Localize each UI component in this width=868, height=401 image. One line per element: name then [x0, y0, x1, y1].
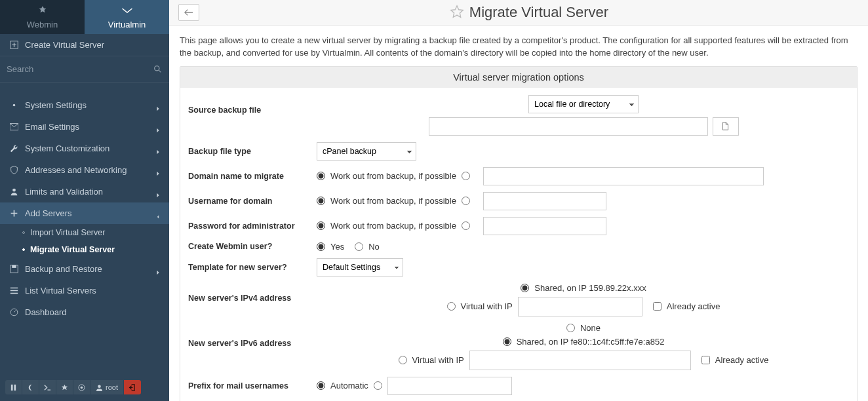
sidebar-item-backup[interactable]: Backup and Restore	[0, 258, 169, 280]
svg-point-1	[154, 66, 159, 71]
list-icon	[9, 286, 18, 295]
intro-text: This page allows you to create a new vir…	[169, 26, 868, 66]
gauge-icon	[9, 308, 18, 316]
ipv6-active-checkbox[interactable]	[701, 356, 710, 364]
user-workout-radio[interactable]	[317, 197, 325, 205]
sub-import[interactable]: Import Virtual Server	[0, 224, 169, 241]
sidebar: Webmin Virtualmin Create Virtual Server …	[0, 0, 169, 401]
ipv6-input[interactable]	[469, 351, 691, 370]
sidebar-item-list[interactable]: List Virtual Servers	[0, 280, 169, 301]
webmin-no-radio[interactable]	[355, 242, 363, 251]
star-icon[interactable]	[450, 5, 464, 21]
svg-point-10	[81, 386, 83, 389]
domain-input[interactable]	[483, 167, 764, 185]
panel-title: Virtual server migration options	[180, 67, 857, 88]
caret-down-icon	[156, 212, 160, 216]
caret-icon	[156, 168, 160, 172]
sub-migrate[interactable]: Migrate Virtual Server	[0, 241, 169, 258]
chevron-down-icon	[121, 5, 133, 18]
ipv4-virtual-radio[interactable]	[447, 302, 456, 311]
pass-custom-radio[interactable]	[462, 221, 470, 230]
source-label: Source backup file	[187, 95, 317, 115]
sidebar-item-limits[interactable]: Limits and Validation	[0, 181, 169, 202]
terminal-button[interactable]	[39, 380, 56, 394]
domain-workout-radio[interactable]	[317, 172, 325, 180]
domain-label: Domain name to migrate	[187, 172, 317, 181]
pause-button[interactable]	[5, 380, 22, 394]
shield-icon	[9, 166, 18, 174]
sidebar-item-customization[interactable]: System Customization	[0, 138, 169, 159]
ipv6-virtual-radio[interactable]	[399, 356, 407, 364]
tab-webmin-label: Webmin	[27, 20, 58, 29]
search-icon[interactable]	[152, 64, 163, 75]
ipv4-input[interactable]	[518, 297, 642, 316]
caret-icon	[156, 104, 160, 107]
sidebar-item-system-settings[interactable]: System Settings	[0, 94, 169, 116]
bottom-toolbar: root	[0, 376, 169, 401]
sidebar-create-label: Create Virtual Server	[25, 40, 160, 50]
sidebar-item-dashboard[interactable]: Dashboard	[0, 301, 169, 323]
ipv4-active-checkbox[interactable]	[653, 302, 661, 311]
password-input[interactable]	[483, 217, 606, 235]
settings-button[interactable]	[73, 380, 90, 394]
ipv6-shared-radio[interactable]	[503, 337, 511, 346]
search-input[interactable]	[7, 60, 152, 78]
svg-rect-9	[14, 384, 16, 390]
options-panel: Virtual server migration options Source …	[180, 66, 858, 401]
tab-virtualmin[interactable]: Virtualmin	[85, 0, 169, 34]
user-button[interactable]: root	[90, 380, 124, 394]
ipv4-label: New server's IPv4 address	[187, 283, 317, 303]
tab-webmin[interactable]: Webmin	[0, 0, 85, 34]
sidebar-item-addresses[interactable]: Addresses and Networking	[0, 159, 169, 181]
prefix-auto-radio[interactable]	[317, 381, 325, 390]
main-content: Migrate Virtual Server This page allows …	[169, 0, 868, 401]
source-type-select[interactable]: Local file or directory	[528, 95, 639, 113]
ipv6-none-radio[interactable]	[566, 324, 575, 332]
caret-icon	[156, 267, 160, 271]
submenu-add-servers: Import Virtual Server Migrate Virtual Se…	[0, 224, 169, 258]
prefix-custom-radio[interactable]	[374, 381, 382, 390]
save-icon	[9, 265, 18, 273]
ipv6-label: New server's IPv6 address	[187, 323, 317, 348]
page-title: Migrate Virtual Server	[469, 4, 608, 21]
bullet-icon	[22, 248, 25, 251]
sidebar-item-create[interactable]: Create Virtual Server	[0, 34, 169, 56]
svg-point-2	[12, 104, 15, 107]
ipv4-shared-radio[interactable]	[521, 284, 529, 292]
bullet-icon	[22, 231, 25, 234]
prefix-label: Prefix for mail usernames	[187, 381, 317, 391]
password-label: Password for administrator	[187, 221, 317, 231]
webmin-yes-radio[interactable]	[317, 242, 325, 251]
plus-square-icon	[9, 41, 18, 49]
sidebar-item-add-servers[interactable]: Add Servers	[0, 202, 169, 224]
pass-workout-radio[interactable]	[317, 221, 325, 230]
svg-point-4	[12, 189, 16, 192]
svg-point-12	[98, 385, 101, 388]
back-button[interactable]	[178, 4, 199, 21]
domain-custom-radio[interactable]	[462, 172, 470, 180]
gear-icon	[9, 101, 18, 109]
night-button[interactable]	[22, 380, 39, 394]
top-tabs: Webmin Virtualmin	[0, 0, 169, 34]
page-header: Migrate Virtual Server	[169, 0, 868, 26]
caret-icon	[156, 147, 160, 151]
prefix-input[interactable]	[387, 377, 512, 395]
favorite-button[interactable]	[56, 380, 73, 394]
svg-rect-8	[11, 384, 13, 390]
webmin-icon	[37, 5, 49, 18]
caret-icon	[156, 125, 160, 129]
caret-icon	[156, 190, 160, 194]
search-wrap	[0, 56, 169, 83]
backup-type-select[interactable]: cPanel backup	[317, 142, 416, 161]
file-browse-button[interactable]	[713, 117, 739, 136]
user-icon	[9, 187, 18, 196]
sidebar-item-email[interactable]: Email Settings	[0, 116, 169, 138]
template-label: Template for new server?	[187, 263, 317, 272]
username-input[interactable]	[483, 192, 606, 210]
envelope-icon	[9, 123, 18, 131]
user-custom-radio[interactable]	[462, 197, 470, 205]
source-path-input[interactable]	[429, 117, 708, 136]
svg-rect-6	[12, 265, 16, 268]
template-select[interactable]: Default Settings	[317, 258, 403, 277]
logout-button[interactable]	[124, 380, 141, 394]
